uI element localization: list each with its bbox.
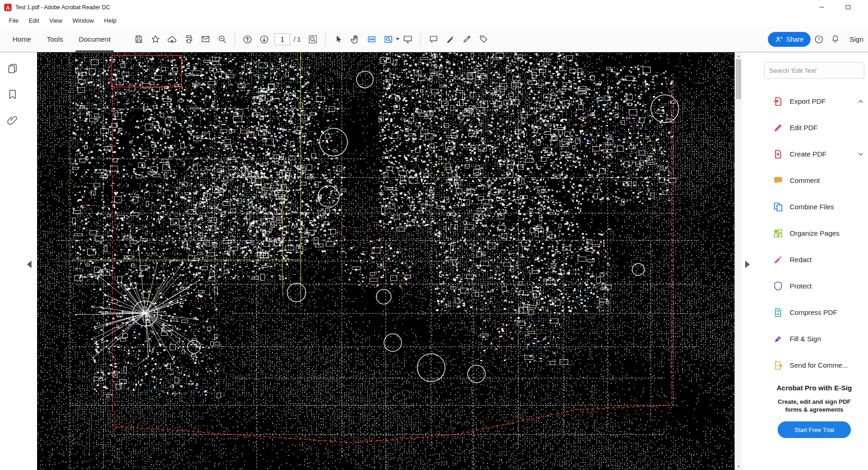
panel-tool-send-for-comments[interactable]: Send for Comme... [764, 352, 864, 378]
window-controls [808, 0, 868, 14]
organize-pages-icon [773, 228, 784, 239]
previous-page-button[interactable] [239, 31, 256, 48]
left-rail [0, 52, 37, 470]
toolbar: Home Tools Document / 1 Share ? Sign [0, 26, 868, 52]
send-for-comments-icon [773, 360, 784, 371]
bookmarks-button[interactable] [6, 88, 19, 101]
comment-bubble-icon [429, 34, 438, 44]
send-to-cloud-button[interactable] [164, 31, 180, 48]
next-page-button[interactable] [256, 31, 272, 48]
panel-tool-create-pdf[interactable]: Create PDF [764, 141, 864, 167]
panel-tool-fill-sign[interactable]: Fill & Sign [764, 326, 864, 352]
panel-tool-redact[interactable]: Redact [764, 246, 864, 273]
panel-tool-organize-pages[interactable]: Organize Pages [764, 220, 864, 246]
attachments-button[interactable] [6, 113, 19, 127]
protect-shield-icon [773, 281, 784, 292]
marquee-zoom-button[interactable] [363, 31, 380, 48]
export-pdf-icon [773, 96, 784, 107]
tools-list: Export PDF Edit PDF Create PDF Comment C… [764, 88, 864, 378]
scroll-down-arrow[interactable]: ▼ [735, 463, 742, 470]
tag-icon [479, 34, 488, 44]
scroll-up-arrow[interactable]: ▲ [735, 52, 742, 59]
menu-help[interactable]: Help [99, 14, 122, 26]
minimize-button[interactable] [808, 0, 835, 14]
menu-window[interactable]: Window [67, 14, 99, 26]
menu-view[interactable]: View [44, 14, 67, 26]
start-free-trial-button[interactable]: Start Free Trial [778, 421, 851, 438]
comment-icon [773, 175, 784, 186]
email-button[interactable] [197, 31, 214, 48]
chevron-down-icon[interactable] [858, 152, 863, 156]
panel-tool-label: Protect [790, 282, 812, 290]
panel-tool-label: Organize Pages [790, 229, 840, 237]
promo-description: Create, edit and sign PDF forms & agreem… [764, 398, 864, 414]
print-icon [184, 34, 194, 44]
reading-mode-button[interactable] [399, 31, 416, 48]
page-count-label: / 1 [293, 36, 301, 43]
menu-edit[interactable]: Edit [24, 14, 44, 26]
share-label: Share [786, 36, 804, 43]
hand-tool-button[interactable] [347, 31, 363, 48]
acrobat-pro-promo: Acrobat Pro with E-Sig Create, edit and … [764, 384, 864, 438]
paperclip-icon [7, 115, 18, 126]
share-person-icon [775, 35, 783, 44]
close-button[interactable] [861, 0, 868, 14]
menu-bar: File Edit View Window Help [0, 14, 868, 26]
vertical-scrollbar[interactable]: ▲ ▼ [735, 52, 742, 470]
panel-tool-label: Send for Comme... [790, 361, 848, 369]
redact-icon [773, 254, 784, 265]
print-button[interactable] [180, 31, 197, 48]
search-tools-input[interactable] [764, 62, 864, 79]
sign-tool-button[interactable] [458, 31, 475, 48]
panel-tool-comment[interactable]: Comment [764, 167, 864, 194]
select-tool-button[interactable] [330, 31, 347, 48]
share-button[interactable]: Share [768, 32, 811, 47]
chevron-up-icon[interactable] [858, 100, 863, 103]
page-number-input[interactable] [274, 33, 290, 45]
find-button[interactable] [304, 31, 321, 48]
highlight-tool-button[interactable] [442, 31, 458, 48]
previous-view-arrow[interactable] [27, 261, 32, 268]
maximize-button[interactable] [835, 0, 861, 14]
zoom-out-button[interactable] [214, 31, 230, 48]
notifications-button[interactable] [827, 31, 844, 48]
menu-file[interactable]: File [4, 14, 24, 26]
tag-tool-button[interactable] [475, 31, 492, 48]
cloud-upload-icon [167, 34, 177, 44]
panel-tool-label: Fill & Sign [790, 335, 821, 343]
panel-tool-export-pdf[interactable]: Export PDF [764, 88, 864, 114]
panel-tool-edit-pdf[interactable]: Edit PDF [764, 114, 864, 141]
tab-tools[interactable]: Tools [39, 26, 71, 52]
find-icon [308, 34, 318, 44]
next-view-arrow[interactable] [745, 261, 750, 268]
page-thumbnails-icon [7, 63, 18, 74]
panel-tool-protect[interactable]: Protect [764, 273, 864, 299]
panel-tool-label: Comment [790, 176, 820, 184]
document-view: ▲ ▼ [37, 52, 742, 470]
panel-tool-label: Combine Files [790, 203, 834, 211]
panel-tool-compress-pdf[interactable]: Compress PDF [764, 299, 864, 326]
panel-tool-label: Compress PDF [790, 308, 837, 316]
pdf-page-canvas[interactable] [37, 52, 735, 470]
tools-panel: Export PDF Edit PDF Create PDF Comment C… [742, 52, 868, 470]
scrollbar-thumb[interactable] [736, 59, 741, 99]
svg-text:?: ? [817, 37, 820, 42]
tab-home[interactable]: Home [5, 26, 39, 52]
zoom-options-caret-icon[interactable] [396, 38, 399, 40]
create-pdf-icon [773, 149, 784, 160]
sign-in-link[interactable]: Sign [849, 35, 863, 43]
help-button[interactable]: ? [811, 31, 827, 48]
panel-tool-combine-files[interactable]: Combine Files [764, 194, 864, 220]
save-button[interactable] [130, 31, 147, 48]
save-icon [134, 34, 144, 44]
tab-document[interactable]: Document [71, 26, 118, 52]
zoom-options-button[interactable] [380, 31, 397, 48]
star-button[interactable] [147, 31, 164, 48]
promo-desc-line2: forms & agreements [764, 406, 864, 414]
panel-tool-label: Edit PDF [790, 124, 817, 132]
fill-sign-icon [773, 333, 784, 345]
page-thumbnails-button[interactable] [6, 62, 19, 75]
toolbar-separator [420, 32, 421, 46]
acrobat-logo-icon [4, 4, 12, 11]
comment-tool-button[interactable] [425, 31, 442, 48]
